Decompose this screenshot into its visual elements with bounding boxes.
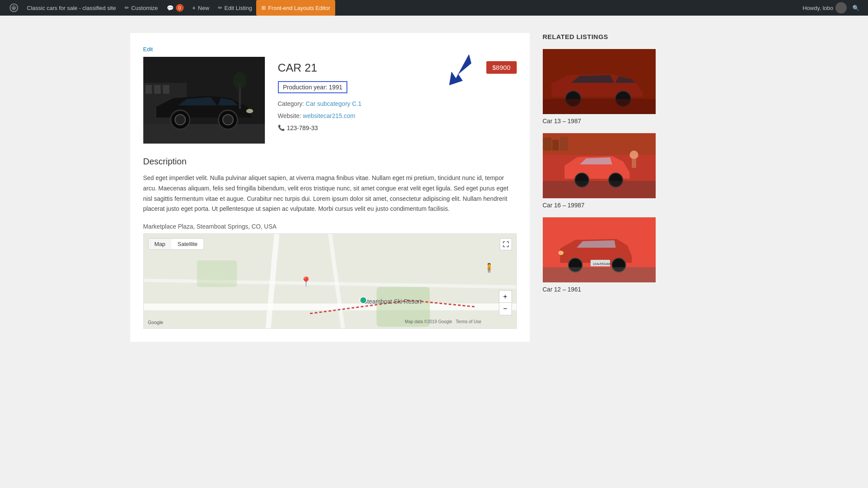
svg-rect-39 xyxy=(543,267,656,282)
related-car-svg-2 xyxy=(543,133,656,198)
car-meta: Category: Car subcategory C.1 Website: w… xyxy=(278,98,517,134)
pencil-icon: ✏ xyxy=(125,5,129,11)
svg-rect-5 xyxy=(154,85,161,94)
wp-logo-icon: W xyxy=(10,3,18,12)
map-tab-map[interactable]: Map xyxy=(149,239,172,249)
svg-rect-26 xyxy=(543,138,551,151)
related-item-1[interactable]: Car 13 – 1987 xyxy=(543,49,656,124)
edit-listing-label: Edit Listing xyxy=(224,5,252,11)
page-wrapper: Edit xyxy=(0,16,868,488)
edit-link[interactable]: Edit xyxy=(143,46,517,52)
map-container[interactable]: Steamboat Ski Resort Map Satellite xyxy=(143,233,517,329)
car-title-row: CAR 21 $8900 xyxy=(278,61,517,75)
frontend-editor-label: Front-end Layouts Editor xyxy=(268,5,330,11)
phone-number: 123-789-33 xyxy=(287,122,318,134)
car-header: CAR 21 $8900 Production year: 1991 xyxy=(143,57,517,144)
map-tab-satellite[interactable]: Satellite xyxy=(172,239,204,249)
content-area: Edit xyxy=(130,33,738,342)
svg-text:Steamboat Ski Resort: Steamboat Ski Resort xyxy=(363,298,421,305)
svg-point-31 xyxy=(630,151,638,159)
new-label: New xyxy=(198,5,209,11)
website-label: Website: xyxy=(278,112,301,119)
comments-item[interactable]: 💬 0 xyxy=(162,0,188,16)
category-label: Category: xyxy=(278,100,304,107)
map-address: Marketplace Plaza, Steamboat Springs, CO… xyxy=(143,223,517,230)
avatar xyxy=(835,2,847,13)
svg-rect-25 xyxy=(543,133,656,155)
production-year-label: Production year: 1991 xyxy=(283,84,343,91)
svg-point-40 xyxy=(558,251,564,255)
map-expand-button[interactable] xyxy=(500,238,512,250)
related-listings-title: RELATED LISTINGS xyxy=(543,33,656,40)
related-item-label-1: Car 13 – 1987 xyxy=(543,118,656,124)
related-car-image-2 xyxy=(543,133,656,198)
admin-bar: W Classic cars for sale - classified sit… xyxy=(0,0,868,16)
annotation-arrow-icon xyxy=(443,52,478,87)
category-row: Category: Car subcategory C.1 xyxy=(278,98,517,110)
production-year-box: Production year: 1991 xyxy=(278,81,348,93)
website-value[interactable]: websitecar215.com xyxy=(303,112,356,119)
sidebar: RELATED LISTINGS Car 13 – 1987 xyxy=(543,33,656,342)
website-row: Website: websitecar215.com xyxy=(278,110,517,122)
customize-label: Customize xyxy=(131,5,158,11)
svg-rect-27 xyxy=(552,140,559,151)
svg-point-14 xyxy=(233,72,246,89)
comment-count: 0 xyxy=(176,4,184,12)
description-text: Sed eget imperdiet velit. Nulla pulvinar… xyxy=(143,173,517,214)
svg-point-12 xyxy=(246,109,253,113)
new-item[interactable]: + New xyxy=(188,0,214,16)
car-image-svg xyxy=(143,57,265,144)
svg-rect-7 xyxy=(143,124,265,144)
customize-item[interactable]: ✏ Customize xyxy=(120,0,162,16)
admin-bar-right: Howdy, lobo 🔍 xyxy=(802,2,863,13)
frontend-editor-icon: ⊞ xyxy=(261,5,266,11)
zoom-out-button[interactable]: − xyxy=(499,303,512,315)
category-value[interactable]: Car subcategory C.1 xyxy=(306,100,361,107)
svg-rect-33 xyxy=(543,181,656,198)
related-car-svg-1 xyxy=(543,49,656,114)
frontend-editor-item[interactable]: ⊞ Front-end Layouts Editor xyxy=(256,0,335,16)
main-listing: Edit xyxy=(130,33,530,342)
car-image xyxy=(143,57,265,144)
svg-rect-32 xyxy=(632,159,636,168)
svg-point-19 xyxy=(360,297,366,304)
wp-logo-item[interactable]: W xyxy=(5,0,23,16)
svg-rect-6 xyxy=(163,85,169,94)
arrow-annotation xyxy=(443,52,478,88)
price-badge: $8900 xyxy=(486,61,517,74)
svg-point-9 xyxy=(175,115,185,125)
description-section: Description Sed eget imperdiet velit. Nu… xyxy=(143,157,517,329)
car-info: CAR 21 $8900 Production year: 1991 xyxy=(278,57,517,134)
search-icon[interactable]: 🔍 xyxy=(849,5,863,11)
plus-icon: + xyxy=(192,4,196,11)
street-view-icon: 🧍 xyxy=(484,262,495,273)
svg-rect-23 xyxy=(543,99,656,114)
related-car-image-1 xyxy=(543,49,656,114)
svg-text:W: W xyxy=(12,7,16,10)
comment-icon: 💬 xyxy=(167,5,174,11)
svg-point-11 xyxy=(223,115,233,125)
map-location-pin: 📍 xyxy=(300,276,312,288)
site-name: Classic cars for sale - classified site xyxy=(27,5,116,11)
car-title: CAR 21 xyxy=(278,61,317,75)
related-item-3[interactable]: 104•553•ME Car 12 – 1961 xyxy=(543,217,656,293)
zoom-in-button[interactable]: + xyxy=(499,291,512,303)
svg-rect-4 xyxy=(145,85,152,94)
related-item-2[interactable]: Car 16 – 19987 xyxy=(543,133,656,209)
svg-rect-17 xyxy=(197,260,237,287)
related-item-label-2: Car 16 – 19987 xyxy=(543,202,656,209)
related-item-label-3: Car 12 – 1961 xyxy=(543,286,656,293)
howdy-label: Howdy, lobo xyxy=(802,5,833,11)
map-data-text: Map data ©2019 Google xyxy=(405,319,452,324)
phone-row: 📞 123-789-33 xyxy=(278,122,517,134)
google-label: Google xyxy=(148,320,163,325)
map-terms-text: Terms of Use xyxy=(456,319,482,324)
phone-icon: 📞 xyxy=(278,122,285,134)
svg-rect-28 xyxy=(560,137,568,151)
related-car-svg-3: 104•553•ME xyxy=(543,217,656,282)
edit-icon: ✏ xyxy=(218,5,222,11)
related-car-image-3: 104•553•ME xyxy=(543,217,656,282)
svg-text:104•553•ME: 104•553•ME xyxy=(593,262,612,266)
edit-listing-item[interactable]: ✏ Edit Listing xyxy=(214,0,257,16)
site-name-item[interactable]: Classic cars for sale - classified site xyxy=(23,0,120,16)
